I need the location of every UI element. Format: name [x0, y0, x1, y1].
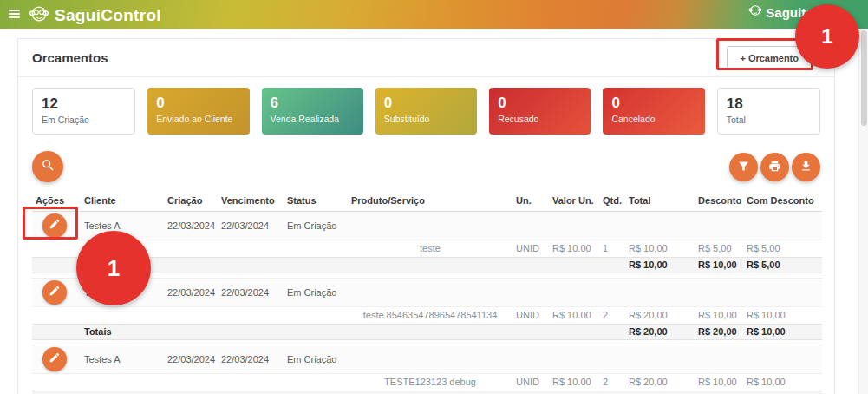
app-logo[interactable]: SaguiControl — [29, 3, 161, 28]
cell-qtd: 2 — [599, 373, 625, 391]
table-row: Testes A 22/03/2024 22/03/2024 Em Criaçã… — [32, 278, 822, 306]
totals-total: R$ 20,00 — [625, 324, 695, 339]
scrollbar[interactable] — [858, 29, 868, 394]
summary-cards: 12 Em Criação 0 Enviado ao Cliente 6 Ven… — [18, 77, 834, 143]
cell-status: Em Criação — [284, 345, 348, 373]
magnifier-icon — [41, 158, 55, 175]
cell-produto: teste — [348, 240, 512, 257]
cell-criacao: 22/03/2024 — [164, 278, 218, 306]
table-toolbar — [18, 143, 834, 190]
card-label: Cancelado — [611, 114, 695, 124]
totals-com-desconto: R$ 5,00 — [743, 257, 822, 273]
totals-row: Totais R$ 20,00 R$ 20,00 R$ 10,00 — [32, 324, 822, 339]
annotation-rect-edit-button — [23, 207, 78, 240]
funnel-icon — [737, 160, 750, 175]
cell-cliente: Testes A — [81, 345, 164, 373]
totals-desconto: R$ 20,00 — [695, 324, 743, 339]
totals-com-desconto: R$ 0,00 — [743, 391, 822, 394]
totals-total: R$ 10,00 — [625, 257, 695, 273]
menu-icon[interactable] — [9, 10, 20, 20]
cell-un: UNID — [512, 306, 549, 324]
printer-icon — [768, 160, 781, 175]
orcamentos-table: Ações Cliente Criação Vencimento Status … — [32, 190, 822, 394]
content-panel: Orcamentos + Orcamento 12 Em Criação 0 E… — [17, 38, 835, 394]
cell-vencimento: 22/03/2024 — [218, 278, 284, 306]
edit-button[interactable] — [42, 280, 67, 305]
cell-desconto: R$ 10,00 — [695, 306, 743, 324]
filter-button[interactable] — [729, 153, 758, 181]
cell-com-desconto: R$ 10,00 — [743, 306, 822, 324]
download-button[interactable] — [792, 153, 820, 181]
col-valor-un: Valor Un. — [549, 190, 599, 211]
totals-desconto: R$ 0,00 — [695, 391, 743, 394]
card-value: 6 — [271, 95, 355, 112]
totals-desconto: R$ 10,00 — [695, 257, 743, 273]
print-button[interactable] — [760, 153, 789, 181]
card-enviado-ao-cliente: 0 Enviado ao Cliente — [147, 88, 249, 135]
card-label: Total — [727, 115, 811, 125]
cell-desconto: R$ 10,00 — [695, 373, 743, 391]
cell-qtd: 2 — [599, 306, 625, 324]
annotation-number: 1 — [821, 24, 832, 49]
card-value: 0 — [156, 95, 240, 112]
cell-total: R$ 20,00 — [625, 306, 695, 324]
item-row: teste 854635478965478541134 UNID R$ 10.0… — [32, 306, 822, 324]
card-label: Venda Realizada — [271, 114, 355, 124]
item-row: TESTE123123 debug UNID R$ 10.00 2 R$ 20,… — [32, 373, 822, 391]
cell-total: R$ 10,00 — [625, 240, 695, 257]
card-substituido: 0 Substituído — [375, 88, 477, 135]
cell-produto: TESTE123123 debug — [348, 373, 512, 391]
cell-vencimento: 22/03/2024 — [218, 345, 284, 373]
scrollbar-thumb[interactable] — [861, 30, 867, 126]
col-cliente: Cliente — [81, 190, 164, 211]
table-row: Testes A 22/03/2024 22/03/2024 Em Criaçã… — [32, 211, 822, 240]
col-qtd: Qtd. — [599, 190, 625, 211]
card-cancelado: 0 Cancelado — [603, 88, 704, 135]
app-name: SaguiControl — [55, 6, 161, 25]
annotation-badge-1: 1 — [795, 4, 859, 69]
card-value: 0 — [384, 95, 468, 112]
col-criacao: Criação — [164, 190, 218, 211]
card-total: 18 Total — [717, 88, 820, 135]
table-header-row: Ações Cliente Criação Vencimento Status … — [32, 190, 822, 211]
pencil-icon — [49, 351, 61, 366]
totals-label: Totais — [81, 324, 164, 339]
cell-vencimento: 22/03/2024 — [218, 211, 284, 240]
panel-header: Orcamentos + Orcamento — [18, 39, 834, 77]
table-row: Testes A 22/03/2024 22/03/2024 Em Criaçã… — [32, 345, 822, 373]
cell-criacao: 22/03/2024 — [164, 345, 218, 373]
totals-com-desconto: R$ 10,00 — [743, 324, 822, 339]
totals-label: Totais — [81, 391, 164, 394]
card-em-criacao: 12 Em Criação — [32, 88, 135, 135]
col-produto-servico: Produto/Serviço — [348, 190, 512, 211]
cell-desconto: R$ 5,00 — [695, 240, 743, 257]
item-row: teste UNID R$ 10.00 1 R$ 10,00 R$ 5,00 R… — [32, 240, 822, 257]
card-value: 0 — [611, 95, 695, 112]
page-title: Orcamentos — [18, 39, 834, 77]
col-total: Total — [625, 190, 695, 211]
cell-produto: teste 854635478965478541134 — [348, 306, 512, 324]
pencil-icon — [49, 285, 61, 299]
cell-valor-un: R$ 10.00 — [549, 306, 599, 324]
card-value: 18 — [727, 95, 811, 113]
cell-status: Em Criação — [284, 211, 348, 240]
cell-valor-un: R$ 10.00 — [549, 373, 599, 391]
cell-com-desconto: R$ 5,00 — [743, 240, 822, 257]
col-desconto: Desconto — [695, 190, 743, 211]
card-value: 12 — [42, 95, 126, 113]
cell-un: UNID — [512, 240, 549, 257]
search-button[interactable] — [32, 151, 63, 182]
col-un: Un. — [512, 190, 549, 211]
card-label: Recusado — [498, 114, 582, 124]
col-status: Status — [284, 190, 348, 211]
monkey-icon — [748, 3, 762, 21]
cell-criacao: 22/03/2024 — [164, 211, 218, 240]
app-screen: SaguiControl Saguitech AMBIENTES Orcamen… — [0, 0, 868, 394]
col-vencimento: Vencimento — [218, 190, 284, 211]
cell-status: Em Criação — [284, 278, 348, 306]
edit-button[interactable] — [42, 347, 67, 371]
card-value: 0 — [498, 95, 582, 112]
totals-row: Totais R$ 0,00 R$ 0,00 R$ 0,00 — [32, 391, 822, 394]
card-recusado: 0 Recusado — [489, 88, 591, 135]
monkey-icon — [29, 3, 49, 28]
